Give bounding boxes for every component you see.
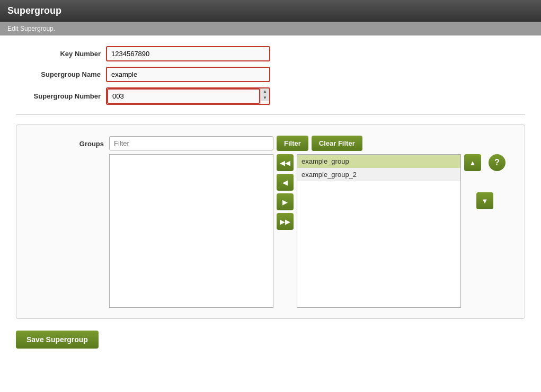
right-controls: ▲ ? ▼ (464, 154, 505, 209)
available-list[interactable] (109, 154, 273, 308)
groups-label: Groups (24, 136, 109, 148)
move-all-right-icon: ▶▶ (280, 218, 290, 226)
app-title: Supergroup (7, 5, 534, 16)
spinner-up-button[interactable]: ▲ (261, 88, 269, 95)
key-number-group: Key Number (16, 46, 525, 61)
groups-panel: Groups Filter Clear Filter ◀◀ (16, 124, 525, 319)
supergroup-name-input[interactable] (106, 67, 270, 82)
move-left-button[interactable]: ◀ (277, 174, 294, 191)
main-content: Key Number Supergroup Name Supergroup Nu… (0, 35, 541, 359)
supergroup-number-group: Supergroup Number ▲ ▼ (16, 87, 525, 105)
key-number-label: Key Number (16, 50, 101, 58)
spinner-down-button[interactable]: ▼ (261, 95, 269, 101)
list-item[interactable]: example_group (297, 155, 460, 168)
clear-filter-button[interactable]: Clear Filter (312, 136, 362, 151)
move-right-icon: ▶ (282, 198, 288, 206)
subheader: Edit Supergroup. (0, 22, 541, 35)
down-row: ▼ (476, 192, 493, 209)
app-header: Supergroup (0, 0, 541, 22)
selected-list[interactable]: example_group example_group_2 (297, 154, 461, 308)
down-icon: ▼ (482, 197, 489, 205)
list-item[interactable]: example_group_2 (297, 168, 460, 181)
supergroup-name-group: Supergroup Name (16, 67, 525, 82)
spinner-buttons: ▲ ▼ (260, 88, 269, 104)
help-icon: ? (494, 158, 500, 167)
move-left-icon: ◀ (282, 179, 288, 186)
move-all-left-icon: ◀◀ (280, 159, 290, 167)
groups-content: Filter Clear Filter ◀◀ ◀ (109, 136, 505, 308)
move-all-left-button[interactable]: ◀◀ (277, 154, 294, 171)
supergroup-number-label: Supergroup Number (16, 92, 101, 100)
form-divider (16, 114, 525, 115)
transfer-buttons: ◀◀ ◀ ▶ ▶▶ (273, 154, 297, 230)
move-all-right-button[interactable]: ▶▶ (277, 213, 294, 230)
key-number-input[interactable] (106, 46, 270, 61)
up-icon: ▲ (469, 159, 476, 167)
save-button[interactable]: Save Supergroup (16, 331, 99, 349)
up-help-row: ▲ ? (464, 154, 505, 171)
supergroup-number-input[interactable] (107, 88, 260, 104)
lists-area: ◀◀ ◀ ▶ ▶▶ example_gro (109, 154, 505, 308)
groups-row: Groups Filter Clear Filter ◀◀ (24, 136, 517, 308)
help-button[interactable]: ? (489, 154, 505, 171)
move-up-button[interactable]: ▲ (464, 154, 481, 171)
supergroup-number-spinner: ▲ ▼ (106, 87, 270, 105)
supergroup-name-label: Supergroup Name (16, 70, 101, 78)
subheader-text: Edit Supergroup. (7, 25, 55, 32)
filter-row: Filter Clear Filter (109, 136, 505, 151)
filter-button[interactable]: Filter (277, 136, 308, 151)
move-down-button[interactable]: ▼ (476, 192, 493, 209)
filter-input[interactable] (109, 136, 273, 150)
move-right-button[interactable]: ▶ (277, 193, 294, 210)
save-section: Save Supergroup (16, 331, 525, 349)
